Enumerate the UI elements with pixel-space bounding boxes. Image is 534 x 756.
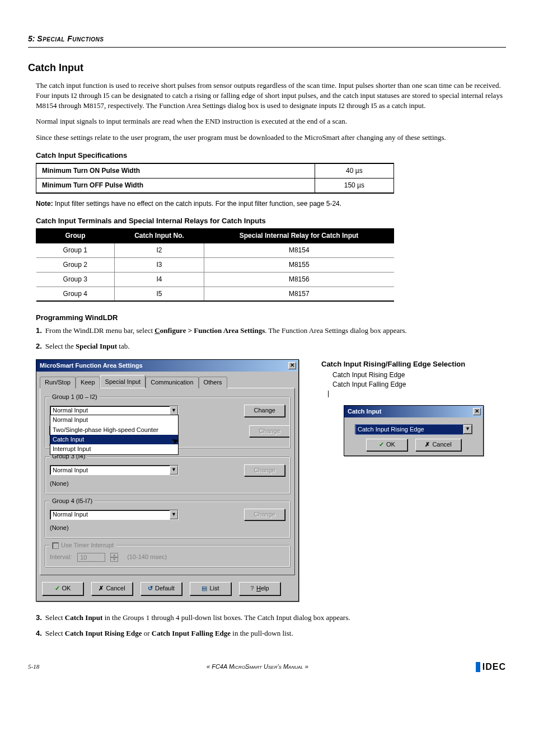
table-row: Minimum Turn ON Pulse Width 40 µs [36,163,394,178]
spec-value: 150 µs [315,178,394,192]
edge-selection-heading: Catch Input Rising/Falling Edge Selectio… [321,359,506,369]
col-group: Group [36,229,115,243]
close-icon[interactable]: ✕ [288,362,296,369]
step-text: . The Function Area Settings dialog box … [265,326,407,335]
default-button[interactable]: Default [140,582,182,595]
list-icon [202,584,207,593]
group-3-change-button[interactable]: Change [244,464,285,476]
cancel-button[interactable]: Cancel [415,439,461,450]
menu-accelerator: C [154,326,160,335]
tab-others[interactable]: Others [199,377,227,388]
edge-combo[interactable]: Catch Input Rising Edge ▼ [355,424,472,434]
spinner-up-icon[interactable]: ▲ [110,553,118,557]
interval-input[interactable] [77,553,105,562]
help-button[interactable]: Help [239,582,280,595]
group-1-combo[interactable]: Normal Input ▼ [50,406,179,416]
tab-panel: Group 1 (I0 – I2) Normal Input ▼ Change … [40,388,295,575]
step-text: tab. [117,342,129,350]
chevron-down-icon[interactable]: ▼ [170,466,178,475]
interval-unit: (10-140 msec) [127,553,167,561]
group-3: Group 3 (I4) Normal Input ▼ Change (None… [45,452,290,493]
combo-value: Normal Input [53,510,88,519]
step-4: 4.Select Catch Input Rising Edge or Catc… [36,628,506,638]
step-1: 1.From the WindLDR menu bar, select Conf… [36,326,506,336]
group-1-dropdown[interactable]: Normal Input Two/Single-phase High-speed… [50,415,179,455]
group-3-combo[interactable]: Normal Input ▼ [50,465,179,475]
spec-label: Minimum Turn OFF Pulse Width [36,178,315,192]
group-1-legend: Group 1 (I0 – I2) [50,393,100,401]
step-number: 1. [36,326,42,335]
chevron-down-icon[interactable]: ▼ [170,510,178,519]
step-text: in the pull-down list. [231,629,293,637]
menu-label: onfigure [160,326,186,335]
button-label: OK [62,584,71,593]
tab-keep[interactable]: Keep [76,377,100,388]
chapter-label: Special Functions [37,34,104,43]
tab-runstop[interactable]: Run/Stop [40,377,76,388]
programming-heading: Programming WindLDR [36,313,506,323]
table-row: Group 3 I4 M8156 [36,272,394,287]
timer-interrupt-group: Use Timer Interrupt Interval: ▲▼ (10-140… [45,541,290,567]
group-4-change-button[interactable]: Change [244,509,285,520]
step-number: 4. [36,629,42,637]
combo-value: Normal Input [53,466,88,475]
chevron-down-icon[interactable]: ▼ [463,425,472,434]
dropdown-option[interactable]: Normal Input [50,415,178,425]
step-2: 2.Select the Special Input tab. [36,341,506,351]
reload-icon [148,584,153,593]
table-row: Group 4 I5 M8157 [36,287,394,301]
help-icon [250,584,254,593]
check-icon [379,440,384,449]
dropdown-option[interactable]: Two/Single-phase High-speed Counter [50,425,178,435]
specs-table: Minimum Turn ON Pulse Width 40 µs Minimu… [36,163,394,194]
button-label: List [209,584,219,593]
ok-button[interactable]: OK [42,582,83,595]
button-label: Help [256,584,269,593]
chapter-number: 5: [28,34,35,43]
interval-stepper[interactable]: ▲▼ [110,553,118,562]
logo-bar-icon [476,662,480,672]
cell: I5 [115,287,204,301]
chevron-down-icon[interactable]: ▼ [170,406,178,415]
list-button[interactable]: List [190,582,231,595]
cancel-button[interactable]: Cancel [91,582,133,595]
step-text: Select [45,629,65,637]
titlebar[interactable]: MicroSmart Function Area Settings ✕ [36,360,298,372]
catch-input-dialog: Catch Input ✕ Catch Input Rising Edge ▼ … [344,405,484,456]
group-3-none: (None) [50,480,285,488]
terminals-table: Group Catch Input No. Special Internal R… [36,228,394,302]
page-number: 5-18 [28,663,39,671]
page-footer: 5-18 « FC4A MicroSmart User's Manual » I… [28,661,506,673]
ok-button[interactable]: OK [366,439,407,450]
button-label: OK [386,440,395,449]
tab-strip: Run/Stop Keep Special Input Communicatio… [36,372,298,387]
tab-name: Special Input [76,342,117,350]
timer-label: Use Timer Interrupt [61,542,114,548]
step-3: 3.Select Catch Input in the Groups 1 thr… [36,613,506,623]
spinner-down-icon[interactable]: ▼ [110,557,118,562]
timer-checkbox[interactable] [52,542,59,549]
bold-term: Catch Input [65,613,103,622]
step-text: Select [45,613,65,622]
cell: I2 [115,243,204,258]
group-1-change-button[interactable]: Change [244,405,285,416]
tab-special-input[interactable]: Special Input [100,375,146,387]
group-1: Group 1 (I0 – I2) Normal Input ▼ Change … [45,393,290,448]
chapter-heading: 5: Special Functions [28,34,506,48]
group-4: Group 4 (I5-I7) Normal Input ▼ Change (N… [45,497,290,538]
step-number: 2. [36,342,42,350]
cell: Group 2 [36,258,115,273]
terminals-heading: Catch Input Terminals and Special Intern… [36,216,506,226]
menu-sep: > [186,326,194,335]
interval-label: Interval: [50,553,72,561]
step-number: 3. [36,613,42,622]
group-4-combo[interactable]: Normal Input ▼ [50,510,179,520]
step-text: in the Groups 1 through 4 pull-down list… [102,613,350,622]
dropdown-option[interactable]: Interrupt Input [50,444,178,454]
dropdown-option-selected[interactable]: Catch Input [50,435,178,444]
tab-communication[interactable]: Communication [146,377,198,388]
spec-value: 40 µs [315,163,394,178]
close-icon[interactable]: ✕ [473,408,481,415]
section-title: Catch Input [28,61,506,75]
titlebar[interactable]: Catch Input ✕ [344,406,483,417]
